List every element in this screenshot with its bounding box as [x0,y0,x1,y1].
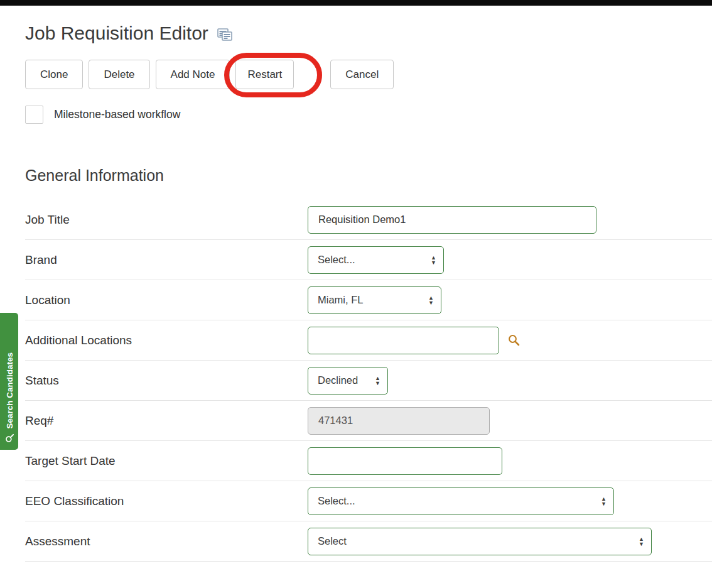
requisition-copy-icon[interactable] [217,28,232,41]
add-note-button[interactable]: Add Note [156,60,230,89]
status-select-value: Declined [318,374,358,386]
job-title-input[interactable] [308,206,596,234]
eeo-classification-select[interactable]: Select... ▲ ▼ [308,487,614,515]
target-start-date-label: Target Start Date [25,454,308,468]
location-row: Location Miami, FL ▲ ▼ [25,280,712,320]
milestone-workflow-checkbox[interactable] [25,106,43,124]
arrow-down-icon: ▼ [601,501,607,506]
req-number-label: Req# [25,414,308,428]
arrow-down-icon: ▼ [431,260,436,265]
select-arrows-icon: ▲ ▼ [431,255,436,265]
req-number-input [308,407,490,435]
page-title-row: Job Requisition Editor [25,22,712,45]
arrow-down-icon: ▼ [428,300,434,305]
search-icon [5,433,14,442]
location-label: Location [25,293,308,307]
assessment-row: Assessment Select ▲ ▼ [25,521,712,562]
restart-button[interactable]: Restart [235,60,294,89]
additional-locations-label: Additional Locations [25,334,308,347]
eeo-classification-label: EEO Classification [25,494,308,508]
target-start-date-row: Target Start Date [25,441,712,481]
search-candidates-tab-label: Search Candidates [4,352,14,428]
search-candidates-tab[interactable]: Search Candidates [0,313,18,450]
search-candidates-tab-inner: Search Candidates [0,313,18,450]
select-arrows-icon: ▲ ▼ [601,496,607,506]
job-title-label: Job Title [25,213,308,227]
arrow-down-icon: ▼ [639,542,644,547]
cancel-button[interactable]: Cancel [330,60,394,89]
additional-locations-field [308,327,520,354]
location-select[interactable]: Miami, FL ▲ ▼ [308,286,441,314]
additional-locations-row: Additional Locations [25,320,712,361]
additional-locations-input[interactable] [308,327,499,354]
page-title: Job Requisition Editor [25,22,208,45]
brand-select-value: Select... [318,254,355,266]
job-title-row: Job Title [25,200,712,240]
eeo-classification-row: EEO Classification Select... ▲ ▼ [25,481,712,521]
target-start-date-input[interactable] [308,447,502,475]
select-arrows-icon: ▲ ▼ [428,295,434,305]
clone-button[interactable]: Clone [25,60,83,89]
brand-select[interactable]: Select... ▲ ▼ [308,246,444,274]
assessment-label: Assessment [25,535,308,548]
page-content: Job Requisition Editor Clone Delete Add … [0,22,712,562]
status-label: Status [25,374,308,388]
delete-button[interactable]: Delete [89,60,149,89]
req-number-row: Req# [25,401,712,441]
general-information-form: Job Title Brand Select... ▲ ▼ Location M… [25,200,712,562]
select-arrows-icon: ▲ ▼ [639,536,644,547]
milestone-workflow-row: Milestone-based workflow [25,106,712,124]
assessment-select[interactable]: Select ▲ ▼ [308,528,652,555]
status-row: Status Declined ▲ ▼ [25,361,712,401]
select-arrows-icon: ▲ ▼ [375,376,380,386]
top-black-bar [0,0,712,6]
assessment-select-value: Select [318,535,347,547]
status-select[interactable]: Declined ▲ ▼ [308,367,388,395]
eeo-select-value: Select... [318,495,355,507]
brand-label: Brand [25,253,308,267]
location-select-value: Miami, FL [318,294,363,306]
milestone-workflow-label: Milestone-based workflow [54,108,180,121]
search-locations-icon[interactable] [508,334,520,346]
arrow-down-icon: ▼ [375,381,380,386]
general-information-heading: General Information [25,166,712,185]
brand-row: Brand Select... ▲ ▼ [25,240,712,280]
toolbar: Clone Delete Add Note Restart Cancel [25,60,712,89]
